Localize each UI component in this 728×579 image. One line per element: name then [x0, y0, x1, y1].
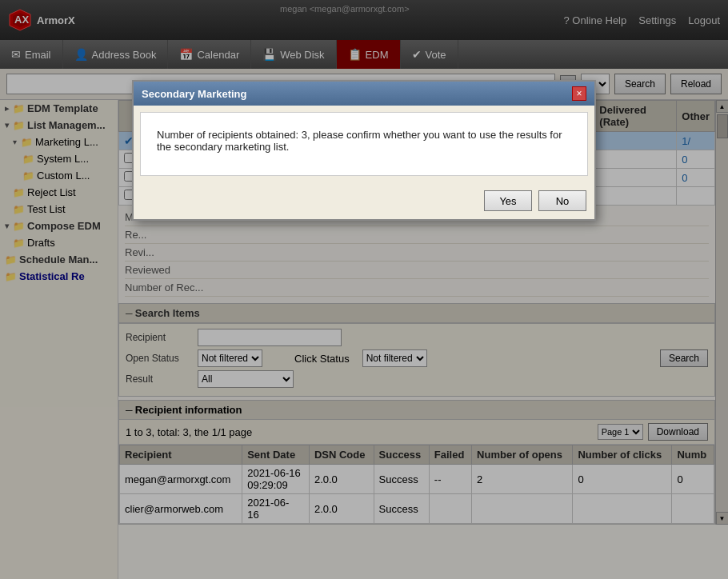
- modal-message: Number of recipients obtained: 3, please…: [157, 129, 562, 153]
- modal-body: Number of recipients obtained: 3, please…: [140, 112, 588, 176]
- modal-overlay: Secondary Marketing × Number of recipien…: [0, 0, 728, 579]
- modal-no-btn[interactable]: No: [538, 190, 586, 211]
- modal-title: Secondary Marketing: [142, 88, 247, 100]
- modal-yes-btn[interactable]: Yes: [484, 190, 532, 211]
- modal-close-btn[interactable]: ×: [572, 86, 586, 101]
- secondary-marketing-modal: Secondary Marketing × Number of recipien…: [132, 80, 596, 221]
- modal-footer: Yes No: [134, 182, 594, 219]
- modal-title-bar: Secondary Marketing ×: [134, 82, 594, 106]
